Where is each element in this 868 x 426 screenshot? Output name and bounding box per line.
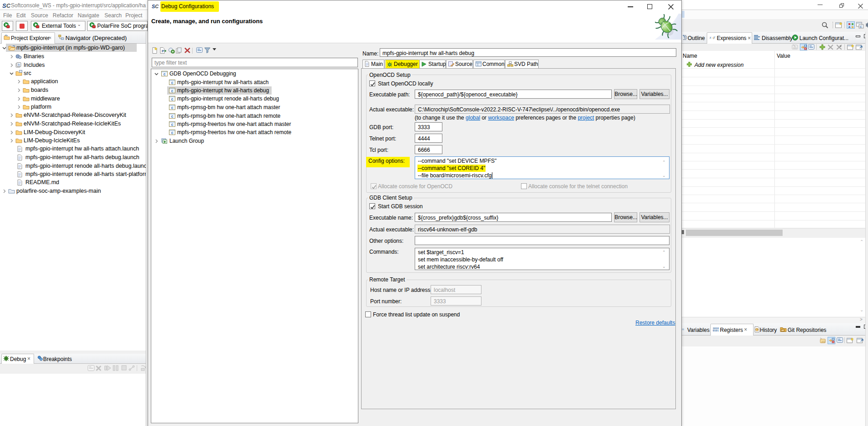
svg-text:x: x (709, 35, 711, 40)
svg-text:c: c (171, 130, 174, 135)
svg-text:y: y (713, 35, 715, 39)
svg-text:C: C (860, 25, 862, 28)
svg-text:h: h (18, 63, 20, 66)
svg-text:c: c (164, 72, 166, 76)
svg-text:101: 101 (821, 340, 825, 343)
svg-text:c: c (171, 97, 174, 101)
svg-text:P: P (162, 49, 164, 53)
svg-text:101: 101 (793, 46, 797, 49)
svg-text:0101: 0101 (713, 329, 719, 332)
svg-text:GIT: GIT (782, 330, 785, 331)
svg-text:c: c (171, 114, 174, 119)
svg-text:c: c (171, 89, 174, 93)
svg-text:c: c (171, 105, 174, 110)
svg-text:c: c (171, 80, 174, 85)
svg-text:c: c (171, 122, 174, 127)
